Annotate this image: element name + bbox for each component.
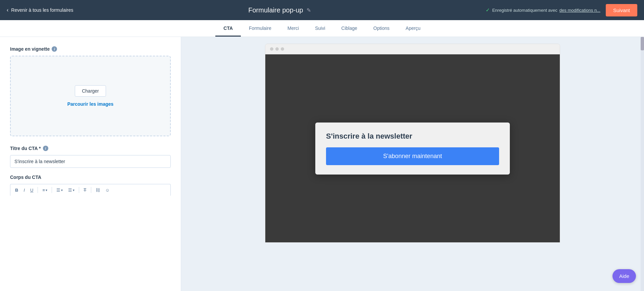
suivant-button[interactable]: Suivant bbox=[606, 4, 637, 16]
check-icon: ✓ bbox=[486, 7, 490, 13]
corps-label: Corps du CTA bbox=[10, 175, 171, 180]
tab-options[interactable]: Options bbox=[365, 21, 397, 37]
emoji-button[interactable]: ☺ bbox=[103, 187, 112, 194]
main-layout: Image en vignette i Charger Parcourir le… bbox=[0, 37, 644, 291]
top-bar: ‹ Revenir à tous les formulaires Formula… bbox=[0, 0, 644, 20]
tab-cta[interactable]: CTA bbox=[215, 21, 241, 37]
left-panel: Image en vignette i Charger Parcourir le… bbox=[0, 37, 181, 291]
browser-chrome bbox=[265, 44, 560, 54]
scrollbar[interactable] bbox=[641, 37, 644, 291]
tabs-bar: CTA Formulaire Merci Suivi Ciblage Optio… bbox=[0, 20, 644, 37]
browser-frame: S'inscrire à la newsletter S'abonner mai… bbox=[265, 44, 560, 243]
auto-save-status: ✓ Enregistré automatiquement avec des mo… bbox=[486, 7, 600, 13]
image-section: Image en vignette i Charger Parcourir le… bbox=[10, 46, 171, 136]
back-label: Revenir à tous les formulaires bbox=[11, 7, 73, 13]
toolbar-sep-2 bbox=[52, 187, 52, 193]
align-icon: ≡ bbox=[42, 188, 45, 193]
list-ol-button[interactable]: ☰ ▾ bbox=[66, 187, 76, 194]
tab-merci[interactable]: Merci bbox=[279, 21, 307, 37]
list-ol-icon: ☰ bbox=[68, 188, 72, 193]
page-title-area: Formulaire pop-up ✎ bbox=[248, 6, 311, 14]
top-bar-right: ✓ Enregistré automatiquement avec des mo… bbox=[486, 4, 637, 16]
tab-suivi[interactable]: Suivi bbox=[307, 21, 333, 37]
back-arrow-icon: ‹ bbox=[7, 7, 8, 13]
corps-section: Corps du CTA B I U ≡ ▾ ☰ ▾ ☰ ▾ bbox=[10, 175, 171, 196]
link-icon: ⛓ bbox=[96, 188, 100, 193]
back-button[interactable]: ‹ Revenir à tous les formulaires bbox=[7, 7, 73, 13]
toolbar-sep-3 bbox=[79, 187, 79, 193]
align-button[interactable]: ≡ ▾ bbox=[40, 187, 49, 194]
italic-button[interactable]: I bbox=[21, 187, 27, 194]
auto-save-text: Enregistré automatiquement avec bbox=[492, 8, 557, 13]
browser-dot-1 bbox=[270, 47, 273, 51]
browser-dot-2 bbox=[275, 47, 279, 51]
parcourir-link[interactable]: Parcourir les images bbox=[67, 101, 114, 107]
browser-content: S'inscrire à la newsletter S'abonner mai… bbox=[265, 54, 560, 242]
edit-title-icon[interactable]: ✎ bbox=[307, 7, 311, 13]
tab-formulaire[interactable]: Formulaire bbox=[241, 21, 279, 37]
link-button[interactable]: ⛓ bbox=[94, 187, 102, 194]
titre-info-icon[interactable]: i bbox=[43, 146, 48, 151]
titre-input[interactable] bbox=[10, 155, 171, 168]
titre-label: Titre du CTA * i bbox=[10, 146, 171, 151]
page-title: Formulaire pop-up bbox=[248, 6, 303, 14]
tab-apercu[interactable]: Aperçu bbox=[397, 21, 428, 37]
toolbar-sep-4 bbox=[91, 187, 91, 193]
toolbar-sep-1 bbox=[38, 187, 38, 193]
browser-dot-3 bbox=[281, 47, 284, 51]
list-ul-button[interactable]: ☰ ▾ bbox=[54, 187, 65, 194]
popup-subscribe-button[interactable]: S'abonner maintenant bbox=[326, 147, 499, 165]
charger-button[interactable]: Charger bbox=[75, 85, 106, 97]
image-upload-box[interactable]: Charger Parcourir les images bbox=[10, 56, 171, 136]
bold-button[interactable]: B bbox=[13, 187, 20, 194]
underline-button[interactable]: U bbox=[28, 187, 35, 194]
popup-title: S'inscrire à la newsletter bbox=[326, 132, 499, 141]
image-section-label: Image en vignette i bbox=[10, 46, 171, 52]
list-ol-chevron: ▾ bbox=[73, 188, 74, 192]
image-info-icon[interactable]: i bbox=[52, 46, 57, 52]
strikethrough-button[interactable]: T bbox=[82, 186, 89, 194]
popup-card: S'inscrire à la newsletter S'abonner mai… bbox=[315, 123, 510, 175]
emoji-icon: ☺ bbox=[105, 188, 110, 193]
scroll-thumb[interactable] bbox=[641, 37, 644, 50]
list-ul-icon: ☰ bbox=[56, 188, 60, 193]
titre-section: Titre du CTA * i bbox=[10, 146, 171, 168]
richtext-toolbar: B I U ≡ ▾ ☰ ▾ ☰ ▾ T bbox=[10, 184, 171, 196]
right-panel: S'inscrire à la newsletter S'abonner mai… bbox=[181, 37, 644, 291]
auto-save-link[interactable]: des modifications n... bbox=[559, 8, 600, 13]
align-chevron: ▾ bbox=[46, 188, 47, 192]
list-ul-chevron: ▾ bbox=[61, 188, 63, 192]
tab-ciblage[interactable]: Ciblage bbox=[333, 21, 365, 37]
aide-button[interactable]: Aide bbox=[612, 269, 636, 283]
